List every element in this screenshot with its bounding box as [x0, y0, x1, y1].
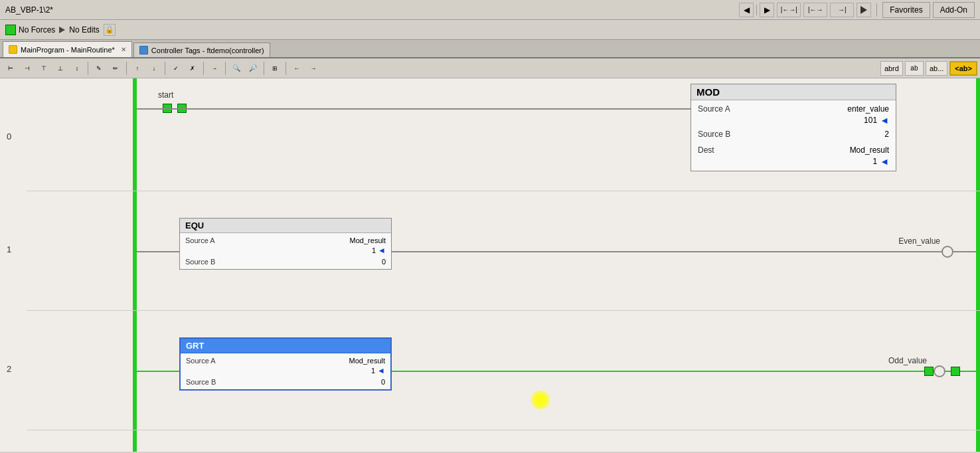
grt-header: GRT [181, 339, 390, 353]
tab-controller-tags-label: Controller Tags - ftdemo(controller) [151, 46, 264, 54]
lock-icon[interactable]: 🔒 [104, 24, 116, 36]
toolbar-icon-2[interactable]: ⊣ [19, 60, 35, 76]
grt-source-a-tag: Mod_result [349, 357, 385, 365]
sep3 [165, 62, 165, 75]
mod-body: Source A enter_value 101 ◄ Source B 2 De… [691, 100, 896, 171]
grt-source-b-label: Source B [186, 378, 216, 386]
no-edits-label: No Edits [69, 25, 99, 35]
mod-block[interactable]: MOD Source A enter_value 101 ◄ Source B … [691, 84, 896, 171]
toolbar-icon-6[interactable]: ✎ [91, 60, 107, 76]
toolbar-icon-zoom-in[interactable]: 🔍 [228, 60, 244, 76]
even-value-coil [941, 246, 953, 258]
mod-source-a-value: 101 [864, 116, 877, 125]
toolbar-icon-11[interactable]: ✗ [185, 60, 201, 76]
play-btn[interactable] [857, 3, 871, 17]
ab-dropdown-button[interactable]: ab... [926, 61, 947, 76]
odd-value-green-left [924, 367, 934, 376]
rung-2-number: 2 [7, 364, 11, 374]
play-small-icon[interactable] [59, 27, 65, 33]
toolbar-icon-zoom-out[interactable]: 🔎 [245, 60, 261, 76]
ab-yellow-button[interactable]: <ab> [949, 61, 977, 76]
toolbar-icon-1[interactable]: ⊢ [3, 60, 19, 76]
tab-close-btn[interactable]: ✕ [121, 46, 126, 53]
equ-block[interactable]: EQU Source A Mod_result 1 ◄ Source B 0 [179, 218, 392, 270]
grt-source-a-value: 1 [371, 367, 375, 375]
rung-1: 1 EQU Source A Mod_result 1 ◄ Source B [0, 191, 980, 311]
equ-source-a-label: Source A [185, 236, 215, 244]
step-icon3[interactable]: →| [830, 3, 854, 17]
ab-icon[interactable]: ab [905, 61, 924, 76]
mod-header: MOD [691, 84, 896, 100]
grt-source-a-label: Source A [186, 357, 216, 365]
rung-2: 2 GRT Source A Mod_result 1 ◄ Source B [0, 311, 980, 430]
canvas-area: 0 start MOD Source A enter_value 101 ◄ [0, 78, 980, 452]
mod-dest-tag: Mod_result [850, 145, 889, 155]
start-label: start [158, 90, 173, 100]
toolbar-icon-12[interactable]: → [206, 60, 222, 76]
no-edits-section: No Edits [69, 25, 99, 35]
step-icon2[interactable]: |←→ [803, 3, 827, 17]
mod-source-a-label: Source A [698, 104, 751, 114]
equ-source-b-value: 0 [382, 258, 386, 266]
tab-main-program-label: MainProgram - MainRoutine* [21, 46, 115, 54]
odd-value-label: Odd_value [888, 356, 927, 365]
mod-source-a-arrow: ◄ [880, 115, 889, 126]
equ-header: EQU [180, 219, 391, 233]
odd-value-coil [934, 365, 945, 377]
equ-source-b-label: Source B [185, 258, 215, 266]
rung-0: 0 start MOD Source A enter_value 101 ◄ [0, 78, 980, 191]
sep6 [264, 62, 264, 75]
grt-body: Source A Mod_result 1 ◄ Source B 0 [181, 353, 390, 389]
rung-1-number: 1 [7, 244, 11, 254]
equ-source-a-arrow: ◄ [378, 246, 386, 255]
tab-main-program[interactable]: MainProgram - MainRoutine* ✕ [3, 41, 132, 57]
tab-controller-tags[interactable]: Controller Tags - ftdemo(controller) [133, 43, 270, 57]
abrd-button[interactable]: abrd [880, 61, 903, 76]
mod-source-a-tag: enter_value [847, 104, 889, 114]
equ-source-a-value: 1 [372, 246, 376, 254]
toolbar-icon-left[interactable]: ← [289, 60, 305, 76]
tab-icon-blue [139, 46, 148, 54]
toolbar-icon-5[interactable]: ↕ [69, 60, 85, 76]
grt-source-a-arrow: ◄ [377, 366, 385, 375]
grt-source-b-value: 0 [381, 378, 385, 386]
toolbar-icon-4[interactable]: ⊥ [52, 60, 68, 76]
addon-button[interactable]: Add-On [933, 2, 975, 18]
step-back-icon[interactable]: |←→| [777, 3, 801, 17]
mod-dest-value: 1 [872, 157, 877, 166]
odd-value-green-right [951, 367, 960, 376]
rung-0-wire [137, 108, 691, 110]
toolbar-icon-10[interactable]: ✓ [168, 60, 184, 76]
mod-dest-arrow: ◄ [880, 156, 889, 167]
sep7 [286, 62, 286, 75]
sep1 [88, 62, 88, 75]
toolbar-icon-grid[interactable]: ⊞ [267, 60, 283, 76]
rung-0-number: 0 [7, 132, 11, 141]
toolbar-icon-3[interactable]: ⊤ [36, 60, 52, 76]
green-square-icon [5, 25, 16, 35]
rung-2-wire-right [392, 371, 976, 372]
rung-1-wire-right [392, 251, 976, 252]
separator1 [876, 3, 877, 17]
mod-dest-label: Dest [698, 145, 751, 155]
sep2 [126, 62, 127, 75]
nav-left-arrow[interactable]: ◀ [739, 3, 754, 17]
grt-block[interactable]: GRT Source A Mod_result 1 ◄ Source B 0 [179, 337, 392, 391]
window-title: AB_VBP-1\2* [5, 5, 53, 15]
tab-icon-yellow [9, 45, 17, 54]
toolbar-icon-right[interactable]: → [305, 60, 321, 76]
favorites-button[interactable]: Favorites [882, 2, 930, 18]
toolbar-icon-9[interactable]: ↓ [146, 60, 162, 76]
sep5 [225, 62, 226, 75]
toolbar-icon-8[interactable]: ↑ [129, 60, 145, 76]
no-forces-label: No Forces [19, 25, 55, 35]
sep4 [203, 62, 204, 75]
no-forces-section: No Forces [5, 25, 55, 35]
mod-source-b-value: 2 [884, 130, 889, 139]
nav-right-arrow[interactable]: ▶ [760, 3, 774, 17]
nav-separator [756, 5, 757, 15]
equ-body: Source A Mod_result 1 ◄ Source B 0 [180, 233, 391, 269]
toolbar-icon-7[interactable]: ✏ [108, 60, 123, 76]
even-value-label: Even_value [898, 236, 940, 246]
mod-source-b-label: Source B [698, 130, 730, 139]
